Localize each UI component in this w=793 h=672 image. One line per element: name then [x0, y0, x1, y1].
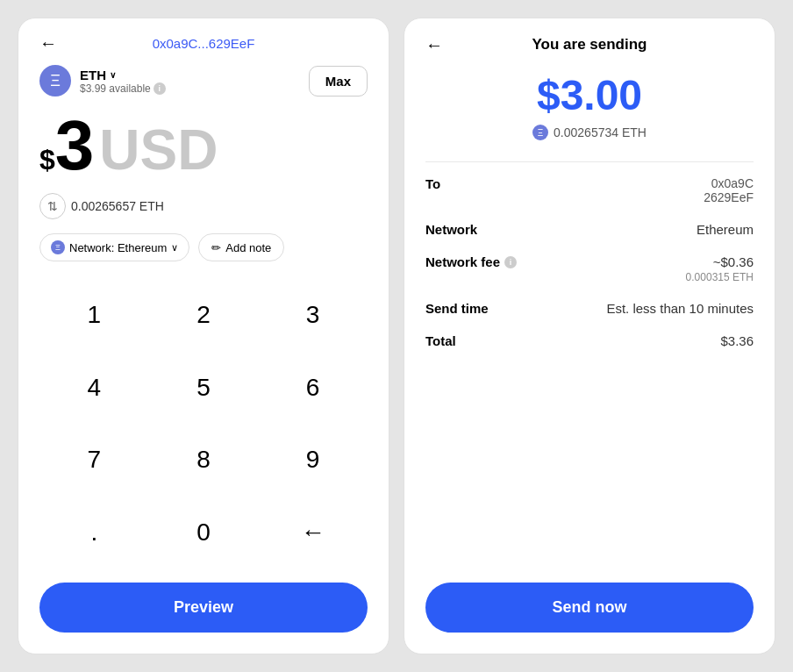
- token-chevron-icon: ∨: [110, 70, 116, 80]
- back-button-right[interactable]: ←: [425, 35, 443, 55]
- key-8[interactable]: 8: [149, 424, 259, 497]
- eth-eq-text: 0.00265657 ETH: [71, 199, 164, 213]
- key-0[interactable]: 0: [149, 497, 259, 569]
- send-time-value: Est. less than 10 minutes: [606, 301, 754, 316]
- key-3[interactable]: 3: [258, 279, 368, 352]
- total-value: $3.36: [720, 333, 754, 348]
- token-row: Ξ ETH ∨ $3.99 available i Max: [39, 65, 368, 97]
- network-chevron-icon: ∨: [171, 242, 178, 254]
- add-note-button[interactable]: ✏ Add note: [198, 233, 284, 261]
- fee-eth-value: 0.000315 ETH: [686, 271, 754, 283]
- network-label: Network: Ethereum: [69, 241, 167, 254]
- key-7[interactable]: 7: [39, 424, 149, 497]
- pencil-icon: ✏: [211, 241, 221, 254]
- key-9[interactable]: 9: [258, 424, 368, 497]
- key-2[interactable]: 2: [149, 279, 259, 352]
- token-name[interactable]: ETH ∨: [80, 68, 166, 82]
- fee-info-icon[interactable]: i: [504, 256, 517, 268]
- network-eth-icon: Ξ: [51, 240, 65, 254]
- network-detail-value: Ethereum: [697, 222, 754, 237]
- amount-display: $ 3 USD: [39, 111, 368, 181]
- confirm-panel: ← You are sending $3.00 Ξ 0.00265734 ETH…: [404, 18, 775, 654]
- eth-confirm-icon: Ξ: [532, 125, 548, 140]
- total-label: Total: [425, 333, 456, 348]
- total-row: Total $3.36: [425, 333, 754, 348]
- key-5[interactable]: 5: [149, 352, 259, 425]
- keypad: 1 2 3 4 5 6 7 8 9 . 0 ←: [39, 279, 368, 568]
- divider: [425, 161, 754, 162]
- to-address-line1: 0x0a9C: [704, 176, 754, 190]
- key-backspace[interactable]: ←: [258, 497, 368, 569]
- network-button[interactable]: Ξ Network: Ethereum ∨: [39, 233, 189, 261]
- amount-number: 3: [55, 111, 95, 181]
- to-address-line2: 2629EeF: [704, 190, 754, 204]
- fee-label: Network fee: [425, 254, 500, 269]
- to-label: To: [425, 176, 440, 191]
- token-details: ETH ∨ $3.99 available i: [80, 68, 166, 95]
- send-time-label: Send time: [425, 301, 489, 316]
- dollar-sign: $: [39, 144, 55, 176]
- eth-logo-icon: Ξ: [39, 65, 71, 97]
- to-row: To 0x0a9C 2629EeF: [425, 176, 754, 204]
- token-available: $3.99 available i: [80, 82, 166, 95]
- send-panel: ← 0x0a9C...629EeF Ξ ETH ∨ $3.99 availabl…: [18, 18, 389, 654]
- preview-button[interactable]: Preview: [39, 583, 368, 633]
- send-amount-eth-value: 0.00265734 ETH: [554, 125, 647, 139]
- add-note-label: Add note: [225, 241, 271, 254]
- key-1[interactable]: 1: [39, 279, 149, 352]
- back-button-left[interactable]: ←: [39, 33, 57, 54]
- amount-currency: USD: [99, 122, 218, 178]
- eth-equivalent-row: ⇅ 0.00265657 ETH: [39, 193, 368, 219]
- send-amount-eth: Ξ 0.00265734 ETH: [425, 125, 754, 140]
- info-icon[interactable]: i: [154, 82, 166, 95]
- network-row: Ξ Network: Ethereum ∨ ✏ Add note: [39, 233, 368, 261]
- swap-icon[interactable]: ⇅: [39, 193, 66, 219]
- wallet-address[interactable]: 0x0a9C...629EeF: [153, 36, 255, 51]
- network-detail-label: Network: [425, 222, 477, 237]
- fee-row: Network fee i ~$0.36 0.000315 ETH: [425, 254, 754, 283]
- header-title: You are sending: [532, 36, 647, 54]
- left-header: ← 0x0a9C...629EeF: [39, 36, 368, 51]
- key-4[interactable]: 4: [39, 352, 149, 425]
- fee-value: ~$0.36: [686, 254, 754, 269]
- fee-label-row: Network fee i: [425, 254, 517, 269]
- send-amount-usd: $3.00: [425, 71, 754, 119]
- send-time-row: Send time Est. less than 10 minutes: [425, 301, 754, 316]
- key-6[interactable]: 6: [258, 352, 368, 425]
- network-row: Network Ethereum: [425, 222, 754, 237]
- send-now-button[interactable]: Send now: [425, 583, 754, 633]
- token-info: Ξ ETH ∨ $3.99 available i: [39, 65, 166, 97]
- max-button[interactable]: Max: [309, 66, 368, 97]
- right-header: ← You are sending: [425, 36, 754, 54]
- key-dot[interactable]: .: [39, 497, 149, 569]
- detail-section: To 0x0a9C 2629EeF Network Ethereum Netwo…: [425, 176, 754, 583]
